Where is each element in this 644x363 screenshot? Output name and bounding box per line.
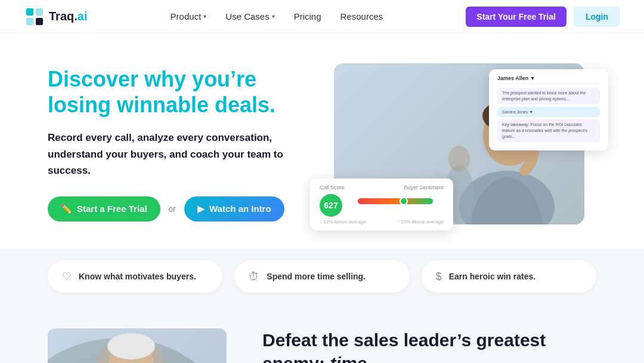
svg-rect-3 [26, 18, 33, 25]
heart-icon: ♡ [62, 270, 72, 283]
chat-bubble-2: Sandra Jones ▼ [497, 107, 600, 118]
chevron-down-icon: ▾ [203, 13, 206, 20]
buyer-sentiment-label: Buyer Sentiment [404, 184, 444, 190]
nav-item-product[interactable]: Product ▾ [171, 11, 207, 21]
sentiment-bar [358, 198, 433, 204]
clock-icon: ⏱ [249, 270, 259, 283]
svg-rect-2 [36, 8, 43, 16]
feature-label-selling: Spend more time selling. [267, 272, 366, 281]
start-free-trial-button[interactable]: ✏️ Start a Free Trial [48, 196, 160, 222]
chat-header: James Allen ▼ [497, 75, 600, 84]
call-score-label: Call Score [320, 184, 345, 190]
hero-image-area: Call Score Buyer Sentiment 627 ↓ 12% Abo… [322, 63, 596, 224]
nav-actions: Start Your Free Trial Login [466, 7, 620, 27]
sentiment-below-label: ↑ 19% Above average [397, 219, 444, 224]
magic-icon: ✏️ [61, 204, 72, 214]
svg-rect-1 [26, 8, 33, 16]
logo-text: Traq.ai [49, 10, 87, 23]
nav-links: Product ▾ Use Cases ▾ Pricing Resources [171, 11, 383, 21]
feature-pill-winrates: $ Earn heroic win rates. [422, 260, 596, 293]
hero-title: Discover why you’re losing winnable deal… [48, 66, 322, 118]
score-below-label: ↓ 12% Above average [320, 219, 366, 224]
section2-bold: time. [330, 353, 371, 363]
chat-bubble-1: The prospect wanted to know more about t… [497, 88, 600, 104]
chat-analysis-card: James Allen ▼ The prospect wanted to kno… [489, 69, 608, 150]
features-strip: ♡ Know what motivates buyers. ⏱ Spend mo… [0, 248, 644, 304]
section2-person-svg [48, 328, 227, 363]
watch-intro-button[interactable]: ▶ Watch an Intro [184, 196, 284, 222]
feature-label-winrates: Earn heroic win rates. [449, 272, 536, 281]
hero-subtitle: Record every call, analyze every convers… [48, 130, 322, 179]
logo[interactable]: Traq.ai [24, 6, 87, 27]
nav-item-resources[interactable]: Resources [340, 11, 383, 21]
section2-image [48, 328, 227, 363]
chevron-down-icon: ▾ [272, 13, 275, 20]
feature-pill-selling: ⏱ Spend more time selling. [234, 260, 409, 293]
start-trial-button[interactable]: Start Your Free Trial [466, 7, 566, 27]
nav-item-usecases[interactable]: Use Cases ▾ [225, 11, 274, 21]
play-icon: ▶ [197, 204, 205, 214]
section2-content: Defeat the sales leader’s greatest enemy… [262, 328, 596, 363]
dollar-icon: $ [436, 270, 442, 283]
nav-item-pricing[interactable]: Pricing [294, 11, 321, 21]
feature-pill-buyers: ♡ Know what motivates buyers. [48, 260, 222, 293]
svg-point-16 [107, 333, 155, 359]
section2: Defeat the sales leader’s greatest enemy… [0, 304, 644, 363]
hero-content: Discover why you’re losing winnable deal… [48, 66, 322, 222]
call-score-value: 627 [320, 194, 342, 217]
logo-icon [24, 6, 45, 27]
section2-title: Defeat the sales leader’s greatest enemy… [262, 328, 596, 363]
svg-rect-4 [36, 18, 43, 25]
svg-point-13 [448, 146, 470, 172]
hero-actions: ✏️ Start a Free Trial or ▶ Watch an Intr… [48, 196, 322, 222]
login-button[interactable]: Login [574, 7, 620, 27]
or-divider: or [169, 204, 176, 214]
feature-label-buyers: Know what motivates buyers. [79, 272, 196, 281]
call-score-card: Call Score Buyer Sentiment 627 ↓ 12% Abo… [310, 179, 453, 230]
hero-section: Discover why you’re losing winnable deal… [0, 33, 644, 248]
chat-bubble-3: Key takeaway: Focus on the ROI calculato… [497, 119, 600, 141]
navbar: Traq.ai Product ▾ Use Cases ▾ Pricing Re… [0, 0, 644, 33]
